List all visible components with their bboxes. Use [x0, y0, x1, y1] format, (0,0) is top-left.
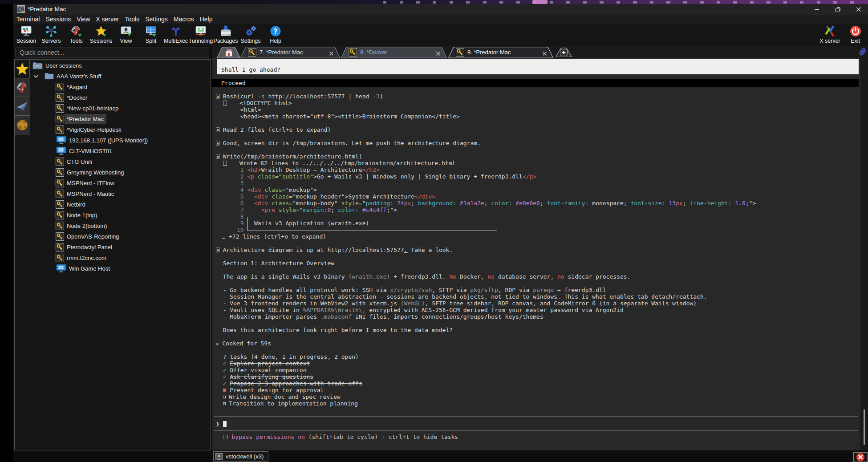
- tab-label: 9. *Predator Mac: [467, 49, 511, 56]
- tree-item-node-1-top[interactable]: Node 1(top): [30, 210, 100, 220]
- view-user-monitor-icon: [120, 25, 132, 37]
- diff-line-number: 3: [216, 180, 244, 186]
- menu-item-x-server[interactable]: X server: [93, 15, 122, 24]
- toolbar-button-settings[interactable]: Settings: [238, 24, 263, 46]
- key-icon: [56, 254, 64, 262]
- terminal-line: 7 <pre style="margin:0; color: #c4c4ff;"…: [216, 207, 397, 213]
- rail-tab-star[interactable]: [15, 60, 30, 78]
- menu-item-macros[interactable]: Macros: [170, 15, 197, 24]
- toolbar-button-tools[interactable]: Tools: [64, 24, 89, 46]
- toolbar-button-packages[interactable]: Packages: [213, 24, 238, 46]
- toolbar-button-view[interactable]: View: [114, 24, 138, 46]
- terminal-text: Propose 2-3 approaches with trade-offs: [230, 380, 362, 387]
- tab-close-icon[interactable]: [436, 50, 441, 55]
- status-close-button[interactable]: [853, 452, 868, 462]
- tree-item-clt-vmhost01[interactable]: CLT-VMHOST01: [30, 146, 115, 156]
- terminal-line: Architecture diagram is up at http://loc…: [216, 247, 453, 253]
- folder-icon: [45, 73, 54, 80]
- tree-item-docker[interactable]: *Docker: [30, 92, 90, 103]
- rail-tab-swiss-knife[interactable]: [15, 78, 30, 97]
- tree-item-vigilcyber-helpdesk[interactable]: *VigilCyber-Helpdesk: [30, 124, 124, 135]
- tree-item-aaa-vantz-s-stuff[interactable]: AAA Vantz's Stuff: [30, 71, 104, 81]
- tab-7-predator-mac[interactable]: 7. *Predator Mac: [240, 47, 340, 58]
- tree-item-netbird[interactable]: Netbird: [30, 199, 88, 210]
- close-button[interactable]: [849, 4, 868, 15]
- help-question-icon: ?: [269, 25, 282, 37]
- chevron-down-icon[interactable]: [32, 75, 39, 78]
- tree-item-predator-mac[interactable]: *Predator Mac: [30, 113, 106, 124]
- open-task-icon: [223, 402, 226, 405]
- menu-item-tools[interactable]: Tools: [122, 15, 142, 24]
- toolbar-button-help[interactable]: ?Help: [263, 24, 288, 46]
- tree-item-rmm-t2cnc-com[interactable]: rmm.t2cnc.com: [30, 252, 109, 263]
- tree-item-label: Pterodactyl Panel: [67, 244, 112, 251]
- key-icon: [349, 48, 357, 57]
- tab-close-icon[interactable]: [542, 50, 547, 55]
- diff-line-number: 7: [216, 207, 244, 213]
- minimize-button[interactable]: [807, 4, 827, 15]
- taskbar-highlight: [532, 0, 548, 4]
- tree-item-mspnerd-mautic[interactable]: MSPNerd - Mautic: [30, 188, 117, 199]
- terminal-text: 1.6: [731, 200, 745, 207]
- terminal-area[interactable]: Shall I go ahead? Proceed Bash(curl -s h…: [212, 58, 860, 450]
- terminal-text: color:: [338, 207, 359, 213]
- menu-item-view[interactable]: View: [74, 15, 93, 24]
- menu-item-help[interactable]: Help: [197, 15, 215, 24]
- menu-item-terminal[interactable]: Terminal: [13, 15, 43, 24]
- tree-item-pterodactyl-panel[interactable]: Pterodactyl Panel: [30, 242, 115, 252]
- tree-item-new-cp01-heistacp[interactable]: *New-cp01-heistacp: [30, 103, 121, 113]
- terminal-line: ❯: [216, 420, 227, 427]
- terminal-text: | head: [345, 93, 373, 100]
- new-tab-button[interactable]: [556, 48, 572, 57]
- tree-item-user-sessions[interactable]: User sessions: [30, 60, 85, 71]
- terminal-text: ;">: [387, 207, 397, 213]
- tree-item-192-168-1-107-ups-monitor[interactable]: 192.168.1.107 ([UPS-Monitor]): [30, 135, 150, 146]
- tree-item-win-game-host[interactable]: Win Game Host: [30, 263, 113, 274]
- menu-item-settings[interactable]: Settings: [142, 15, 171, 24]
- user-sessions-button[interactable]: vstockwell (x3): [213, 451, 268, 462]
- rail-tab-globe[interactable]: [15, 116, 30, 134]
- tab-home[interactable]: [217, 47, 240, 58]
- toolbar-button-tunneling[interactable]: Tunneling: [188, 24, 213, 46]
- tree-item-label: Netbird: [67, 201, 85, 208]
- menu-item-sessions[interactable]: Sessions: [43, 15, 74, 24]
- tree-item-asgard[interactable]: *Asgard: [30, 81, 90, 92]
- toolbar-button-exit[interactable]: Exit: [843, 24, 868, 46]
- terminal-line: Good, screen dir is /tmp/brainstorm. Let…: [216, 140, 481, 146]
- tool-result-elbow-icon: [223, 161, 227, 166]
- scrollbar-track[interactable]: [860, 58, 868, 450]
- toolbar-button-sessions[interactable]: Sessions: [89, 24, 114, 46]
- toolbar-label-multiexec: MultiExec: [164, 38, 188, 44]
- tree-item-mspnerd-itflow[interactable]: MSPNerd - ITFlow: [30, 178, 117, 188]
- quick-connect-input[interactable]: [16, 48, 209, 57]
- toolbar-left-group: SessionServersToolsSessionsViewSplitMult…: [14, 24, 288, 46]
- tree-item-greyming-webhosting[interactable]: Greyming Webhosting: [30, 167, 126, 178]
- toolbar-button-multiexec[interactable]: MultiExec: [163, 24, 188, 46]
- toolbar-button-split[interactable]: Split: [138, 24, 163, 46]
- toolbar-button-x-server[interactable]: X server: [817, 24, 843, 46]
- tree-item-label: Greyming Webhosting: [67, 169, 124, 176]
- key-icon: [56, 232, 64, 241]
- terminal-line: - Go backend handles all protocol work: …: [216, 287, 606, 293]
- key-icon: [56, 211, 64, 219]
- tab-8-docker[interactable]: 8. *Docker: [341, 47, 447, 58]
- session-monitor-icon: [20, 25, 32, 37]
- tree-item-ctg-unifi[interactable]: CTG Unifi: [30, 156, 95, 167]
- key-icon: [56, 200, 64, 209]
- tab-9-predator-mac[interactable]: 9. *Predator Mac: [448, 47, 553, 58]
- terminal-text: <div: [247, 186, 261, 193]
- paperclip-icon[interactable]: [858, 47, 867, 57]
- user-folder-icon: [32, 62, 43, 69]
- scrollbar-thumb[interactable]: [864, 409, 865, 445]
- terminal-text: ❯: [216, 421, 223, 427]
- tree-item-node-2-bottom[interactable]: Node 2(bottom): [30, 220, 110, 231]
- toolbar-button-servers[interactable]: Servers: [39, 24, 64, 46]
- terminal-text: <h2>: [247, 166, 261, 173]
- tree-item-openvas-reporting[interactable]: OpenVAS-Reporting: [30, 231, 122, 242]
- tab-close-icon[interactable]: [329, 50, 334, 55]
- rail-tab-paper-plane[interactable]: [15, 97, 30, 116]
- terminal-output: Bash(curl -s http://localhost:57577 | he…: [216, 58, 857, 450]
- maximize-restore-button[interactable]: [828, 4, 848, 15]
- toolbar-label-tools: Tools: [69, 38, 82, 44]
- toolbar-button-session[interactable]: Session: [14, 24, 39, 46]
